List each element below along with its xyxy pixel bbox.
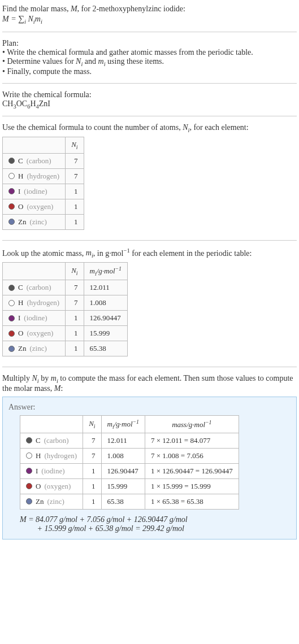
element-symbol: I [36,467,38,476]
mass-value: 7 × 1.008 = 7.056 [145,448,239,463]
element-cell: O (oxygen) [8,329,59,338]
element-cell: I (iodine) [26,467,77,476]
blank-header [20,415,83,433]
element-symbol: I [18,314,20,323]
element-swatch-icon [26,468,32,474]
table-row: Zn (zinc)165.38 [3,341,128,356]
final-mass-line: M = 84.077 g/mol + 7.056 g/mol + 126.904… [20,515,291,533]
plan-item: • Determine values for Ni and mi using t… [2,57,297,67]
element-swatch-icon [26,498,32,504]
divider [2,240,297,241]
element-swatch-icon [8,158,15,164]
plan-item-text: Finally, compute the mass. [7,67,92,76]
element-symbol: Zn [36,497,44,506]
element-cell: Zn (zinc) [8,217,59,227]
element-td: H (hydrogen) [20,448,83,463]
element-name: (carbon) [27,156,51,166]
element-symbol: Zn [18,217,26,227]
mi-header: mi/g·mol−1 [84,263,127,280]
mi-value: 1.008 [101,448,145,463]
ni-value: 7 [83,433,101,448]
element-cell: O (oxygen) [26,482,77,491]
divider [2,32,297,32]
element-cell: C (carbon) [26,436,77,445]
mi-value: 65.38 [101,494,145,509]
blank-header [3,263,66,280]
final-line-2: + 15.999 g/mol + 65.38 g/mol = 299.42 g/… [37,524,185,533]
table-row: H (hydrogen)7 [3,168,84,184]
ni-value: 1 [66,326,84,341]
ni-header: Ni [83,415,101,433]
mass-value: 1 × 15.999 = 15.999 [145,478,239,494]
element-swatch-icon [8,315,15,321]
ni-value: 7 [83,448,101,463]
table-header-row: Ni mi/g·mol−1 [3,263,128,280]
element-swatch-icon [26,452,32,459]
multiply-heading: Multiply Ni by mi to compute the mass fo… [2,374,297,393]
table-header-row: Ni mi/g·mol−1 mass/g·mol−1 [20,415,239,433]
table-row: I (iodine)1 [3,184,84,199]
element-td: I (iodine) [3,311,66,326]
element-swatch-icon [26,483,32,489]
chem-formula-section: Write the chemical formula: CH3OC6H4ZnI [2,88,297,112]
table-row: Zn (zinc)165.381 × 65.38 = 65.38 [20,494,239,509]
mi-header: mi/g·mol−1 [101,415,145,433]
element-cell: H (hydrogen) [8,298,59,307]
table-header-row: Ni [3,137,84,154]
answer-box: Answer: Ni mi/g·mol−1 mass/g·mol−1 C (ca… [2,397,297,539]
mi-value: 12.011 [101,433,145,448]
count-table: Ni C (carbon)7H (hydrogen)7I (iodine)1O … [2,137,84,230]
answer-label: Answer: [8,403,291,412]
divider [2,367,297,367]
table-row: C (carbon)7 [3,153,84,168]
element-symbol: C [18,156,23,166]
element-td: O (oxygen) [3,199,66,214]
mi-value: 126.90447 [101,463,145,478]
mi-value: 1.008 [84,295,127,311]
element-name: (zinc) [47,497,64,506]
answer-table: Ni mi/g·mol−1 mass/g·mol−1 C (carbon)712… [20,415,239,510]
element-symbol: H [36,451,41,460]
ni-value: 1 [83,478,101,494]
element-symbol: O [18,202,23,211]
ni-value: 1 [66,311,84,326]
element-swatch-icon [8,219,15,225]
element-symbol: I [18,187,20,196]
element-td: I (iodine) [3,184,66,199]
element-swatch-icon [8,346,15,352]
ni-value: 7 [66,153,84,168]
divider [2,83,297,84]
mi-value: 65.38 [84,341,127,356]
count-heading: Use the chemical formula to count the nu… [2,123,297,133]
table-row: C (carbon)712.011 [3,280,128,295]
element-td: O (oxygen) [3,326,66,341]
element-td: I (iodine) [20,463,83,478]
ni-value: 1 [66,184,84,199]
element-symbol: H [18,298,23,307]
element-swatch-icon [8,285,15,291]
count-section: Use the chemical formula to count the nu… [2,121,297,235]
table-row: O (oxygen)1 [3,199,84,214]
final-line-1: M = 84.077 g/mol + 7.056 g/mol + 126.904… [20,515,188,524]
element-name: (iodine) [24,187,47,196]
element-cell: Zn (zinc) [26,497,77,506]
plan-item: • Write the chemical formula and gather … [2,48,297,57]
element-swatch-icon [8,203,15,210]
molar-mass-formula: M = ∑i Nimi [2,14,297,25]
plan-item: • Finally, compute the mass. [2,67,297,76]
intro-line: Find the molar mass, M, for 2-methoxyphe… [2,5,297,14]
element-symbol: O [18,329,23,338]
element-td: Zn (zinc) [3,341,66,356]
element-td: Zn (zinc) [3,214,66,229]
element-cell: Zn (zinc) [8,344,59,353]
element-cell: H (hydrogen) [26,451,77,460]
element-swatch-icon [8,300,15,306]
ni-value: 1 [66,341,84,356]
table-row: I (iodine)1126.904471 × 126.90447 = 126.… [20,463,239,478]
element-cell: C (carbon) [8,156,59,166]
element-swatch-icon [8,188,15,194]
element-cell: H (hydrogen) [8,172,59,181]
element-swatch-icon [26,437,32,443]
ni-header: Ni [66,137,84,154]
mass-value: 1 × 126.90447 = 126.90447 [145,463,239,478]
